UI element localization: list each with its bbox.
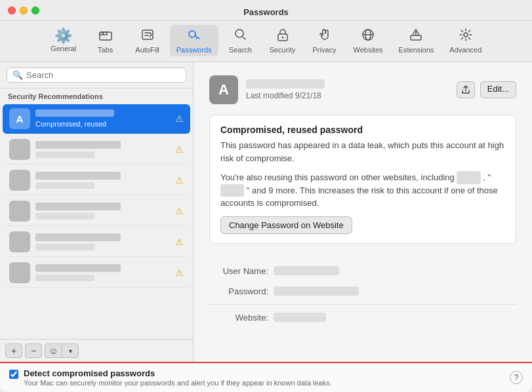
search-bar: 🔍 — [0, 62, 193, 88]
svg-rect-8 — [411, 35, 421, 40]
main-window: Passwords ⚙️ General Tabs — [0, 0, 532, 392]
sidebar: 🔍 Security Recommendations A Compromised… — [0, 62, 194, 362]
search-icon — [234, 28, 248, 45]
list-item[interactable]: A Compromised, reused ⚠ — [3, 104, 190, 134]
svg-point-2 — [189, 31, 195, 37]
toolbar-label-extensions: Extensions — [399, 46, 434, 54]
item-text — [35, 141, 170, 158]
svg-point-5 — [281, 37, 283, 39]
password-row: Password: — [209, 281, 516, 302]
bottom-bar: Detect compromised passwords Your Mac ca… — [0, 362, 532, 392]
toolbar-label-search: Search — [229, 46, 252, 54]
warning-icon: ⚠ — [175, 175, 184, 186]
share-button[interactable] — [457, 81, 475, 98]
warning-icon: ⚠ — [175, 144, 184, 155]
toolbar-item-passwords[interactable]: Passwords — [170, 25, 218, 56]
item-name — [35, 172, 121, 180]
toolbar-item-advanced[interactable]: Advanced — [443, 25, 488, 56]
website-value — [274, 313, 326, 322]
search-input-wrap[interactable]: 🔍 — [7, 68, 186, 83]
action-buttons: ☺ ▾ — [45, 343, 79, 358]
zoom-button[interactable] — [31, 7, 39, 14]
item-name — [35, 203, 121, 210]
blurred-site2 — [220, 184, 244, 197]
toolbar-item-extensions[interactable]: Extensions — [392, 25, 441, 56]
gear-icon: ⚙️ — [54, 29, 72, 43]
svg-point-9 — [464, 33, 468, 37]
toolbar-item-general[interactable]: ⚙️ General — [44, 26, 83, 55]
website-label: Website: — [209, 313, 268, 323]
advanced-icon — [459, 28, 473, 45]
item-name — [35, 233, 121, 241]
main-content: 🔍 Security Recommendations A Compromised… — [0, 62, 532, 362]
item-name — [35, 264, 121, 272]
search-input[interactable] — [26, 70, 180, 80]
window-title: Passwords — [243, 7, 289, 17]
sidebar-footer: + − ☺ ▾ — [0, 339, 193, 362]
toolbar-item-tabs[interactable]: Tabs — [86, 25, 125, 56]
fields-section: User Name: Password: Website: — [209, 254, 516, 334]
add-button[interactable]: + — [5, 343, 22, 358]
toolbar-item-privacy[interactable]: Privacy — [305, 25, 344, 56]
warning-icon: ⚠ — [175, 237, 184, 247]
toolbar-label-autofill: AutoFill — [135, 46, 159, 54]
item-name — [35, 141, 121, 149]
toolbar-item-security[interactable]: Security — [263, 25, 302, 56]
username-label: User Name: — [209, 266, 268, 276]
dropdown-button[interactable]: ▾ — [62, 343, 79, 358]
toolbar-label-tabs: Tabs — [98, 46, 113, 54]
detect-sub: Your Mac can securely monitor your passw… — [24, 379, 504, 387]
username-value — [274, 266, 339, 275]
avatar — [9, 170, 30, 191]
list-item[interactable]: ⚠ — [3, 166, 190, 195]
smiley-button[interactable]: ☺ — [45, 343, 62, 358]
lock-icon — [276, 28, 290, 45]
toolbar-item-autofill[interactable]: AutoFill — [128, 25, 167, 56]
detail-site-name — [246, 79, 325, 88]
warning-icon: ⚠ — [175, 113, 184, 124]
hand-icon — [317, 28, 332, 45]
detect-title: Detect compromised passwords — [24, 368, 504, 378]
toolbar: ⚙️ General Tabs AutoFill — [0, 21, 532, 62]
password-label: Password: — [209, 286, 268, 296]
edit-button[interactable]: Edit... — [480, 81, 516, 98]
toolbar-label-general: General — [51, 45, 76, 52]
close-button[interactable] — [8, 7, 16, 14]
titlebar: Passwords — [0, 0, 532, 21]
alert-body2: You're also reusing this password on oth… — [220, 171, 505, 210]
list-item[interactable]: ⚠ — [3, 135, 190, 165]
detail-modified: Last modified 9/21/18 — [246, 91, 449, 100]
toolbar-item-search[interactable]: Search — [221, 25, 260, 56]
item-text — [35, 264, 170, 281]
alert-title: Compromised, reused password — [220, 125, 505, 135]
list-item[interactable]: ⚠ — [3, 258, 190, 288]
avatar: A — [9, 108, 30, 129]
remove-button[interactable]: − — [25, 343, 42, 358]
help-button[interactable]: ? — [510, 371, 523, 384]
password-value — [274, 286, 359, 296]
detail-meta: Last modified 9/21/18 — [246, 79, 449, 100]
search-small-icon: 🔍 — [12, 70, 23, 80]
extensions-icon — [409, 28, 423, 45]
list-item[interactable]: ⚠ — [3, 227, 190, 257]
change-password-button[interactable]: Change Password on Website — [220, 216, 352, 234]
avatar — [9, 139, 30, 160]
alert-body1: This password has appeared in a data lea… — [220, 139, 505, 165]
traffic-lights — [8, 7, 39, 14]
avatar — [9, 231, 30, 252]
minimize-button[interactable] — [20, 7, 28, 14]
item-sub — [35, 275, 94, 281]
tabs-icon — [98, 28, 113, 45]
list-item[interactable]: ⚠ — [3, 197, 190, 226]
toolbar-item-websites[interactable]: Websites — [347, 25, 390, 56]
detail-header: A Last modified 9/21/18 Edit... — [209, 75, 516, 104]
item-text: Compromised, reused — [35, 109, 170, 128]
toolbar-label-websites: Websites — [354, 46, 383, 54]
svg-rect-0 — [100, 32, 112, 40]
item-text — [35, 172, 170, 189]
warning-icon: ⚠ — [175, 206, 184, 216]
toolbar-label-passwords: Passwords — [176, 46, 212, 54]
website-row: Website: — [209, 307, 516, 328]
detect-checkbox[interactable] — [9, 370, 18, 379]
list-area: A Compromised, reused ⚠ ⚠ — [0, 103, 193, 339]
